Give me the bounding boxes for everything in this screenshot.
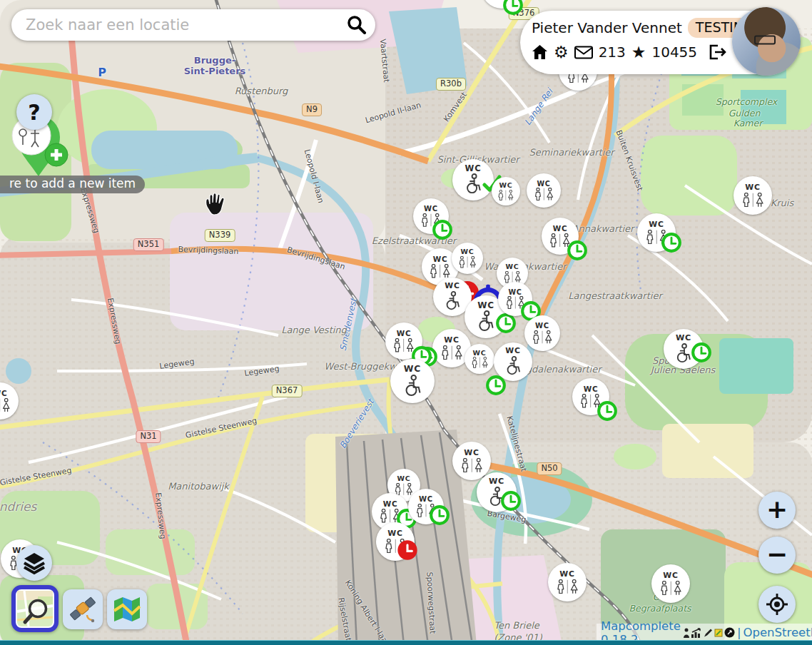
basemap-osm-button[interactable]	[11, 585, 59, 632]
map-label: Vaartstraat	[378, 39, 391, 83]
toilet-marker[interactable]: WC	[492, 177, 520, 205]
osm-attribution-link[interactable]: OpenStreetMap	[743, 626, 812, 639]
male-female-pictogram-icon	[644, 230, 669, 245]
basemap-satellite-button[interactable]	[63, 589, 103, 629]
road-badge: N367	[272, 385, 303, 397]
male-female-pictogram-icon	[393, 483, 414, 495]
geolocate-button[interactable]	[758, 586, 796, 623]
map-label: Sint-Pieters	[184, 66, 246, 76]
crosshair-icon	[766, 593, 788, 616]
wc-label: WC	[404, 365, 421, 373]
road-badge: R30b	[436, 78, 466, 91]
toilet-marker[interactable]: WC	[376, 522, 415, 561]
wc-label: WC	[584, 385, 599, 392]
add-item-tooltip: re to add a new item	[0, 176, 145, 193]
male-female-pictogram-icon	[460, 458, 484, 473]
male-female-pictogram-icon	[440, 345, 465, 360]
male-female-pictogram-icon	[504, 296, 527, 309]
map-label: Legeweg	[159, 357, 196, 371]
map-label: Smedenvest	[338, 298, 358, 352]
wc-label: WC	[676, 334, 691, 342]
messages-envelope-icon[interactable]	[574, 46, 593, 59]
toilet-marker[interactable]: WC	[452, 442, 491, 480]
road-badge: N50	[537, 462, 562, 475]
attribution-icons	[683, 627, 735, 638]
toilet-marker[interactable]: WC	[477, 472, 517, 512]
zoom-in-button[interactable]: +	[758, 492, 796, 529]
toilet-marker[interactable]: WC	[637, 213, 676, 252]
wc-label: WC	[387, 530, 402, 538]
wc-label: WC	[505, 263, 519, 270]
toilet-marker[interactable]: WC	[664, 329, 704, 369]
wc-label: WC	[649, 221, 664, 229]
wc-label: WC	[424, 205, 438, 213]
wc-label: WC	[383, 500, 398, 507]
toilet-marker[interactable]: WC	[572, 378, 609, 415]
male-female-pictogram-icon	[659, 581, 684, 596]
map-label: Sportcomplex	[716, 96, 778, 107]
toilet-marker[interactable]: WC	[465, 344, 494, 374]
map-label: Expressweg	[153, 492, 168, 540]
male-female-pictogram-icon	[420, 213, 442, 227]
toilet-marker[interactable]: WC	[0, 382, 19, 420]
wc-label: WC	[535, 322, 549, 330]
settings-gear-icon[interactable]: ⚙	[554, 44, 569, 60]
map-label: Lange Rei	[522, 87, 554, 127]
layers-button[interactable]	[16, 545, 52, 581]
toilet-marker[interactable]: WC	[385, 322, 422, 360]
search-input[interactable]	[24, 16, 345, 34]
male-female-pictogram-icon	[531, 330, 554, 344]
search-bar[interactable]	[11, 9, 375, 41]
changeset-count: 10455	[651, 44, 697, 61]
question-mark-icon: ?	[28, 100, 40, 125]
help-button[interactable]: ?	[16, 94, 52, 130]
map-label: Gulden	[729, 108, 761, 118]
map-label: Bevrijdingslaan	[178, 245, 238, 256]
toilet-marker[interactable]: WC	[527, 173, 561, 208]
toilet-marker[interactable]: WC	[651, 564, 690, 603]
male-female-pictogram-icon	[497, 190, 515, 200]
map-label: Spoorwegstraat	[425, 572, 437, 634]
road-badge: N9	[302, 103, 322, 116]
toilet-marker[interactable]: WC	[452, 243, 483, 274]
map-label: Gistelse Steenweg	[185, 416, 258, 440]
male-female-pictogram-icon	[579, 394, 602, 408]
hand-cursor-icon	[202, 191, 228, 218]
map-label: Ezelstraatkwartier	[372, 235, 456, 246]
toilet-marker[interactable]: WC	[548, 563, 587, 601]
star-icon[interactable]: ★	[631, 44, 646, 60]
road-badge: N339	[205, 229, 235, 242]
map-label: Begraafplaats	[629, 603, 691, 614]
wc-label: WC	[464, 450, 479, 457]
statistics-chart-icon	[691, 628, 702, 638]
map-label: Buiten Kruisvest	[614, 129, 645, 193]
wheelchair-pictogram-icon	[673, 343, 694, 364]
zoom-out-button[interactable]: −	[758, 537, 796, 574]
toilet-marker[interactable]: WC	[494, 342, 532, 381]
plus-icon: +	[766, 494, 788, 524]
map-label: Leopold II-laan	[364, 101, 422, 126]
attribution-separator: |	[737, 626, 741, 639]
toilet-marker[interactable]: WC	[390, 359, 435, 403]
map-label: Expressweg	[106, 298, 123, 345]
home-icon[interactable]	[532, 44, 548, 60]
toilet-marker[interactable]: WC	[734, 176, 772, 215]
map-label: Brugge-	[194, 55, 235, 66]
map-label: West-Bruggekw	[324, 361, 396, 372]
toilet-marker[interactable]: WC	[413, 198, 449, 234]
wc-label: WC	[433, 255, 448, 263]
user-avatar[interactable]	[732, 7, 801, 76]
toilet-marker[interactable]: WC	[498, 282, 532, 316]
basemap-map-button[interactable]	[107, 589, 147, 629]
map-label: Seminariekwartier	[529, 147, 614, 158]
male-female-pictogram-icon	[470, 357, 489, 368]
logout-icon[interactable]	[709, 44, 726, 60]
wc-label: WC	[445, 283, 460, 290]
wc-label: WC	[397, 475, 410, 482]
toilet-marker[interactable]: WC	[452, 159, 494, 200]
toilet-marker[interactable]: WC	[542, 218, 579, 255]
toilet-marker[interactable]: WC	[524, 315, 560, 351]
toilet-marker[interactable]: WC	[408, 489, 444, 524]
search-icon[interactable]	[345, 14, 367, 36]
map-label: Langestraatkwartier	[568, 290, 661, 301]
